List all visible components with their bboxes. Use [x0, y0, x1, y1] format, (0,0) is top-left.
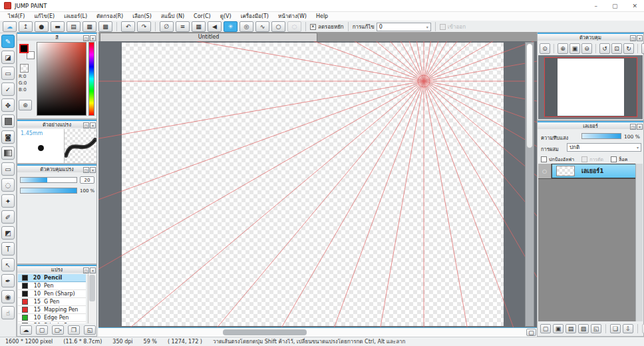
menu-tools[interactable]: เครื่องมือ(T) — [237, 12, 273, 21]
snap-parallel-icon[interactable]: ≡ — [176, 21, 190, 32]
brush-opacity-slider[interactable] — [20, 188, 77, 194]
popout-icon[interactable]: ◳ — [83, 267, 89, 273]
scrollbar-thumb[interactable] — [526, 43, 533, 148]
snap-curve-icon[interactable]: ∿ — [255, 21, 269, 32]
brush-row-stipple-pen[interactable]: 50Stipple Pen — [18, 322, 86, 323]
layer-row[interactable]: ○ เลเยอร์1 — [538, 164, 636, 179]
menu-select[interactable]: เลือก(S) — [128, 12, 156, 21]
hand-tool-icon[interactable]: ☝ — [1, 306, 15, 319]
lasso-tool-icon[interactable]: ◌ — [1, 178, 15, 192]
brush-row-g-pen[interactable]: 15G Pen — [18, 298, 86, 306]
scrollbar-thumb[interactable] — [89, 275, 95, 301]
halftone-layer-icon[interactable]: ▨ — [578, 324, 589, 333]
blend-mode-combobox[interactable]: ปกติ▾ — [567, 143, 641, 152]
popout-icon[interactable]: ◳ — [83, 35, 89, 41]
fit-screen-icon[interactable]: ▣ — [569, 43, 580, 54]
menu-layer[interactable]: เลเยอร์(L) — [60, 12, 91, 21]
rotate-ccw-icon[interactable]: ↺ — [599, 43, 610, 54]
operation-tool-icon[interactable]: ↖ — [1, 258, 15, 271]
menu-cor[interactable]: Cor(C) — [190, 13, 215, 19]
horizontal-scrollbar[interactable]: ▢ — [98, 327, 537, 337]
layer-list-scrollbar[interactable] — [635, 164, 643, 321]
add-brush-menu-icon[interactable]: ▢▾ — [52, 325, 64, 335]
layer-visibility-icon[interactable]: ○ — [538, 164, 552, 178]
popout-icon[interactable]: ◳ — [630, 124, 636, 130]
hue-bar[interactable] — [88, 42, 94, 116]
correction-combobox[interactable]: 0▾ — [377, 23, 431, 31]
snap-concentric-icon[interactable]: ◎ — [240, 21, 253, 32]
document-tab[interactable]: Untitled — [100, 33, 317, 41]
pen-tool-icon[interactable]: ✒ — [1, 274, 15, 287]
saturation-value-picker[interactable] — [37, 42, 86, 116]
menu-window[interactable]: หน้าต่าง(W) — [274, 12, 311, 21]
comment-icon[interactable]: ● — [35, 21, 49, 32]
snap-ellipse-icon[interactable]: ○ — [271, 21, 285, 32]
foreground-color-swatch[interactable] — [19, 44, 29, 53]
clipping-checkbox[interactable] — [581, 156, 587, 162]
rotate-cw-icon[interactable]: ↻ — [623, 43, 634, 54]
template-icon[interactable]: ▩ — [98, 21, 112, 32]
new-1bit-layer-icon[interactable]: ▤ — [565, 324, 576, 333]
zoom-out-icon[interactable]: ⊖ — [581, 43, 592, 54]
minimize-button[interactable]: – — [594, 3, 597, 9]
upload-icon[interactable]: ↥ — [19, 21, 33, 32]
scrollbar-thumb[interactable] — [223, 329, 307, 335]
gradient-tool-icon[interactable] — [1, 146, 15, 160]
close-button[interactable]: ✕ — [632, 3, 637, 9]
brush-list-scrollbar[interactable] — [88, 274, 96, 323]
close-icon[interactable]: × — [90, 267, 96, 273]
canvas-corner-page-icon[interactable]: ▢ — [526, 329, 536, 336]
document-icon[interactable]: ▤ — [67, 21, 80, 32]
close-icon[interactable]: × — [637, 35, 643, 41]
layer-folder-icon[interactable]: ◱ — [591, 324, 601, 333]
palette-icon[interactable]: ⊛ — [19, 100, 32, 110]
bucket-tool-icon[interactable]: ◙ — [1, 130, 15, 144]
menu-help[interactable]: Help — [312, 13, 332, 19]
add-brush-icon[interactable]: ▢ — [36, 325, 48, 335]
magic-wand-tool-icon[interactable]: ✦ — [1, 194, 15, 208]
fill-rect-tool-icon[interactable] — [1, 114, 15, 128]
new-8bit-layer-icon[interactable]: ▣ — [553, 324, 564, 333]
inout-checkbox[interactable] — [440, 24, 446, 30]
menu-file[interactable]: ไฟล์(F) — [4, 12, 29, 21]
layout-icon[interactable]: ▦ — [82, 21, 96, 32]
eyedropper-tool-icon[interactable]: ◉ — [1, 290, 15, 303]
undo-icon[interactable]: ↶ — [121, 21, 135, 32]
cloud-icon[interactable]: ☁ — [3, 21, 17, 32]
close-icon[interactable]: × — [90, 167, 96, 173]
duplicate-brush-icon[interactable]: ❐ — [68, 325, 80, 335]
canvas-viewport[interactable] — [98, 41, 537, 327]
zoom-in-icon[interactable]: ⊕ — [558, 43, 568, 54]
brush-size-slider[interactable] — [20, 177, 77, 183]
comment-panel-icon[interactable]: ▬ — [51, 21, 65, 32]
new-layer-icon[interactable]: ▢ — [540, 324, 551, 333]
protect-alpha-checkbox[interactable] — [541, 156, 547, 162]
lock-checkbox[interactable] — [611, 156, 617, 162]
menu-snap[interactable]: สแน็ป (N) — [157, 12, 188, 21]
duplicate-layer-icon[interactable]: ❏ — [610, 324, 621, 333]
navigator-preview[interactable] — [538, 55, 643, 119]
brush-tool-icon[interactable]: ✎ — [1, 35, 15, 48]
shape-tool-icon[interactable]: ▭ — [1, 67, 15, 80]
brush-row-pencil[interactable]: 20Pencil — [18, 274, 86, 282]
popout-icon[interactable]: ◳ — [83, 122, 89, 128]
snap-vanishing-point-icon[interactable]: ◀ — [208, 21, 222, 32]
reset-rotation-icon[interactable]: ⊡ — [611, 43, 622, 54]
merge-layer-icon[interactable]: ⇩ — [623, 324, 633, 333]
select-pen-tool-icon[interactable]: ✐ — [1, 210, 15, 224]
menu-filter[interactable]: ตัดกรอง(R) — [92, 12, 127, 21]
brush-size-value[interactable]: 20 — [80, 176, 94, 184]
close-icon[interactable]: × — [90, 122, 96, 128]
transparent-color-swatch[interactable] — [20, 64, 29, 73]
redo-icon[interactable]: ↷ — [137, 21, 151, 32]
layer-opacity-slider[interactable] — [581, 133, 621, 139]
popout-icon[interactable]: ◳ — [630, 35, 636, 41]
menu-edit[interactable]: แก้ไข(E) — [30, 12, 59, 21]
antialias-checkbox[interactable]: ✕ — [310, 24, 316, 30]
brush-row-pen[interactable]: 10Pen — [18, 282, 86, 290]
close-icon[interactable]: × — [90, 35, 96, 41]
polyline-tool-icon[interactable]: ✓ — [1, 83, 15, 96]
vertical-scrollbar[interactable] — [525, 42, 534, 327]
snap-radial-icon[interactable]: ✳ — [224, 21, 238, 32]
brush-row-mapping-pen[interactable]: 15Mapping Pen — [18, 306, 86, 314]
